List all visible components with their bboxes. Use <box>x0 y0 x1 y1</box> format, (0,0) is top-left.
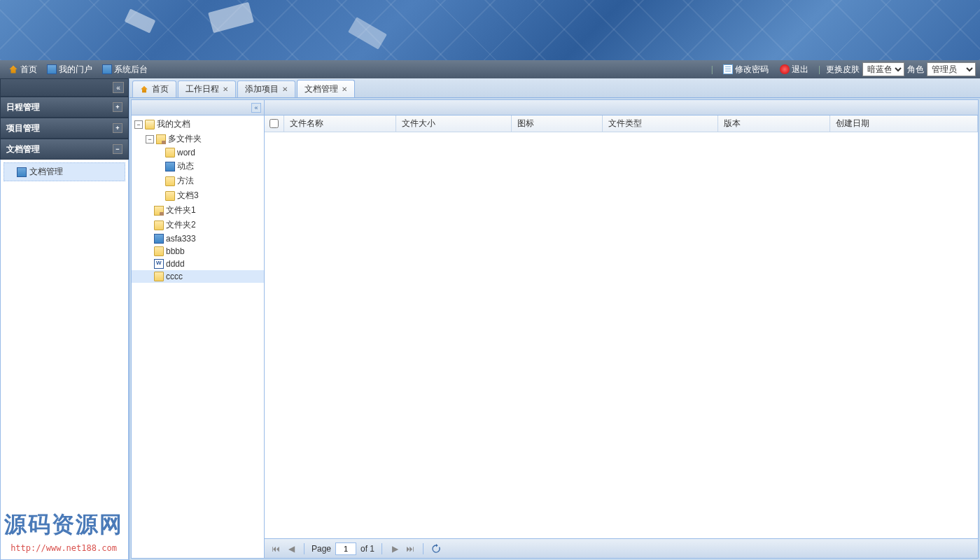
topbar-home[interactable]: 首页 <box>4 62 41 77</box>
center-panel: 首页 工作日程✕ 添加项目✕ 文档管理✕ « −我的文档 −多文件夹 word … <box>130 78 980 560</box>
file-icon <box>154 234 164 244</box>
tab-doc-management[interactable]: 文档管理✕ <box>297 80 355 97</box>
nav-doc-management[interactable]: 文档管理 <box>4 162 125 181</box>
page-prev-button[interactable]: ◀ <box>286 543 297 554</box>
accordion-schedule[interactable]: 日程管理+ <box>0 97 129 118</box>
tab-home[interactable]: 首页 <box>132 80 176 97</box>
tree-dddd[interactable]: dddd <box>132 258 264 270</box>
tree-body: −我的文档 −多文件夹 word 动态 方法 文档3 文件夹1 文件夹2 asf… <box>132 115 264 558</box>
tree-cccc[interactable]: cccc <box>132 270 264 283</box>
tree-asfa[interactable]: asfa333 <box>132 232 264 245</box>
tree-bbbb[interactable]: bbbb <box>132 245 264 258</box>
accordion-project[interactable]: 项目管理+ <box>0 118 129 139</box>
banner <box>0 0 980 60</box>
page-next-button[interactable]: ▶ <box>389 543 400 554</box>
accordion-document-body: 文档管理 <box>0 160 129 560</box>
tab-schedule[interactable]: 工作日程✕ <box>178 80 236 97</box>
file-icon <box>165 162 175 172</box>
col-version[interactable]: 版本 <box>718 115 830 132</box>
grid-body <box>265 132 978 538</box>
folder-icon <box>165 176 175 186</box>
close-icon[interactable]: ✕ <box>223 85 228 93</box>
expand-icon: + <box>113 123 122 133</box>
admin-icon <box>102 64 112 74</box>
col-checkbox[interactable] <box>265 115 284 132</box>
accordion-document[interactable]: 文档管理− <box>0 139 129 160</box>
portal-icon <box>47 64 57 74</box>
folder-icon <box>154 220 164 230</box>
page-input[interactable] <box>335 542 356 555</box>
col-filesize[interactable]: 文件大小 <box>396 115 512 132</box>
page-label: Page <box>312 544 331 554</box>
close-icon[interactable]: ✕ <box>342 85 347 93</box>
collapse-toggle[interactable]: − <box>146 135 154 144</box>
col-icon[interactable]: 图标 <box>512 115 603 132</box>
sidebar-collapse-bar: « <box>0 78 129 97</box>
locked-folder-icon <box>156 134 166 144</box>
edit-icon <box>723 64 733 74</box>
tree-panel: « −我的文档 −多文件夹 word 动态 方法 文档3 文件夹1 文件夹2 a… <box>132 100 265 558</box>
skin-select[interactable]: 暗蓝色 <box>862 62 904 76</box>
tree-root[interactable]: −我的文档 <box>132 117 264 132</box>
logout-link[interactable]: 退出 <box>776 62 813 77</box>
select-all-checkbox[interactable] <box>270 119 279 128</box>
tab-add-project[interactable]: 添加项目✕ <box>237 80 295 97</box>
tree-dynamic[interactable]: 动态 <box>132 159 264 174</box>
grid-toolbar <box>265 100 978 115</box>
collapse-icon: − <box>113 144 122 154</box>
locked-folder-icon <box>154 206 164 216</box>
refresh-button[interactable] <box>430 543 442 554</box>
tree-folder2[interactable]: 文件夹2 <box>132 218 264 232</box>
page-of-label: of 1 <box>360 544 374 554</box>
page-last-button[interactable]: ⏭ <box>405 543 416 554</box>
folder-icon <box>165 148 175 158</box>
tree-header: « <box>132 100 264 115</box>
refresh-icon <box>431 544 441 554</box>
logout-icon <box>780 64 790 74</box>
home-icon <box>8 64 18 74</box>
grid-footer: ⏮ ◀ Page of 1 ▶ ⏭ <box>265 538 978 558</box>
skin-label: 更换皮肤 <box>826 64 860 76</box>
role-label: 角色 <box>907 64 924 76</box>
grid-panel: 文件名称 文件大小 图标 文件类型 版本 创建日期 ⏮ ◀ Page of 1 <box>265 100 978 558</box>
collapse-toggle[interactable]: − <box>134 120 143 129</box>
page-first-button[interactable]: ⏮ <box>270 543 281 554</box>
col-created[interactable]: 创建日期 <box>830 115 978 132</box>
tree-collapse-button[interactable]: « <box>251 103 261 113</box>
change-password-link[interactable]: 修改密码 <box>719 62 773 77</box>
tree-doc3[interactable]: 文档3 <box>132 188 264 203</box>
tree-word[interactable]: word <box>132 146 264 159</box>
folder-icon <box>165 191 175 201</box>
folder-icon <box>154 246 164 256</box>
home-icon <box>140 85 148 94</box>
grid-header: 文件名称 文件大小 图标 文件类型 版本 创建日期 <box>265 115 978 132</box>
word-icon <box>154 259 164 269</box>
topbar-admin[interactable]: 系统后台 <box>98 62 152 77</box>
tree-folder1[interactable]: 文件夹1 <box>132 203 264 218</box>
sidebar-collapse-button[interactable]: « <box>113 82 124 93</box>
topbar-portal[interactable]: 我的门户 <box>43 62 97 77</box>
sidebar: « 日程管理+ 项目管理+ 文档管理− 文档管理 <box>0 78 130 560</box>
col-filename[interactable]: 文件名称 <box>284 115 396 132</box>
doc-icon <box>17 167 27 177</box>
col-filetype[interactable]: 文件类型 <box>603 115 718 132</box>
topbar: 首页 我的门户 系统后台 | 修改密码 退出 | 更换皮肤 暗蓝色 角色 管理员 <box>0 60 980 78</box>
role-select[interactable]: 管理员 <box>927 62 976 76</box>
expand-icon: + <box>113 102 122 112</box>
close-icon[interactable]: ✕ <box>282 85 288 93</box>
folder-open-icon <box>145 120 155 130</box>
tree-multi-folder[interactable]: −多文件夹 <box>132 132 264 146</box>
tree-method[interactable]: 方法 <box>132 174 264 188</box>
folder-icon <box>154 272 164 281</box>
tab-strip: 首页 工作日程✕ 添加项目✕ 文档管理✕ <box>130 78 980 98</box>
